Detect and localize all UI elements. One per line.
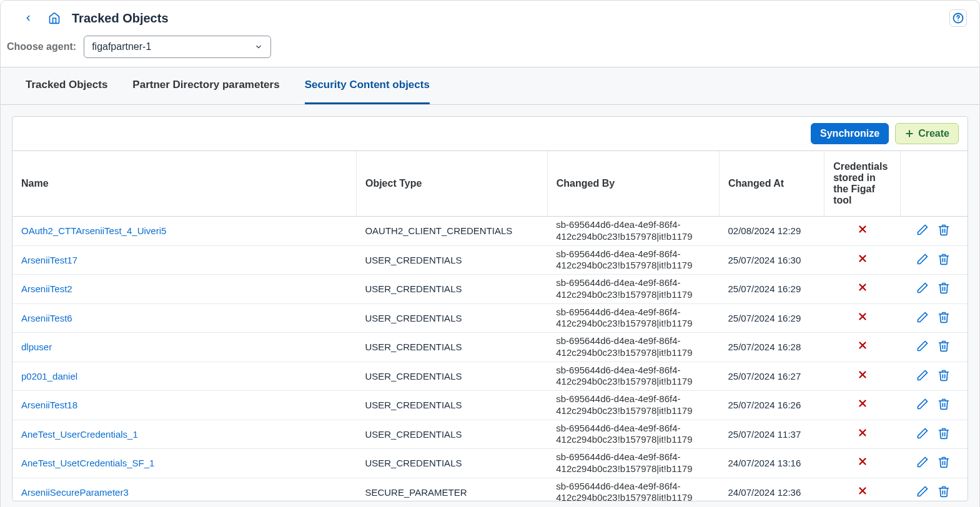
tab-tracked-objects[interactable]: Tracked Objects xyxy=(26,67,107,104)
table-row: AneTest_UserCredentials_1USER_CREDENTIAL… xyxy=(12,420,968,449)
edit-icon[interactable] xyxy=(916,311,930,325)
chevron-down-icon xyxy=(254,42,263,51)
row-changed-by: sb-695644d6-d4ea-4e9f-86f4-412c294b0c23!… xyxy=(547,303,719,333)
agent-select-value: figafpartner-1 xyxy=(92,41,151,52)
row-type: USER_CREDENTIALS xyxy=(356,449,547,478)
edit-icon[interactable] xyxy=(916,224,930,237)
row-name-link[interactable]: ArseniiTest6 xyxy=(21,313,72,323)
row-name-link[interactable]: dlpuser xyxy=(21,342,52,352)
row-type: USER_CREDENTIALS xyxy=(356,420,547,449)
help-button[interactable] xyxy=(949,9,967,27)
create-button-label: Create xyxy=(918,128,949,139)
row-type: USER_CREDENTIALS xyxy=(356,362,547,391)
row-name-link[interactable]: ArseniiTest17 xyxy=(21,255,77,265)
table-row: ArseniiTest6USER_CREDENTIALSsb-695644d6-… xyxy=(12,303,968,333)
tab-partner-directory[interactable]: Partner Directory parameters xyxy=(132,67,279,104)
row-changed-at: 25/07/2024 16:29 xyxy=(719,275,824,304)
col-changed-at: Changed At xyxy=(719,151,824,217)
credentials-missing-icon xyxy=(857,369,868,383)
row-changed-at: 25/07/2024 16:29 xyxy=(719,303,824,333)
col-actions xyxy=(901,151,968,217)
row-changed-at: 25/07/2024 16:30 xyxy=(719,245,824,275)
row-changed-by: sb-695644d6-d4ea-4e9f-86f4-412c294b0c23!… xyxy=(547,420,719,449)
table-scroll[interactable]: Name Object Type Changed By Changed At C… xyxy=(12,151,968,501)
delete-icon[interactable] xyxy=(938,340,951,353)
row-type: SECURE_PARAMETER xyxy=(356,478,547,501)
create-button[interactable]: Create xyxy=(895,123,959,144)
synchronize-button[interactable]: Synchronize xyxy=(811,123,889,144)
delete-icon[interactable] xyxy=(938,485,951,499)
edit-icon[interactable] xyxy=(916,456,930,470)
row-name-link[interactable]: ArseniiTest2 xyxy=(21,283,72,294)
agent-select[interactable]: figafpartner-1 xyxy=(84,36,271,58)
edit-icon[interactable] xyxy=(916,369,930,383)
svg-point-1 xyxy=(958,20,959,21)
home-icon[interactable] xyxy=(46,9,63,27)
row-changed-by: sb-695644d6-d4ea-4e9f-86f4-412c294b0c23!… xyxy=(547,478,719,501)
row-name-link[interactable]: p0201_daniel xyxy=(21,371,77,381)
row-changed-at: 25/07/2024 16:28 xyxy=(719,333,824,362)
table-row: AneTest_UsetCredentials_SF_1USER_CREDENT… xyxy=(12,449,968,478)
delete-icon[interactable] xyxy=(938,427,951,441)
delete-icon[interactable] xyxy=(938,311,951,325)
delete-icon[interactable] xyxy=(938,224,951,237)
table-row: ArseniiTest18USER_CREDENTIALSsb-695644d6… xyxy=(12,391,968,420)
col-changed-by: Changed By xyxy=(547,151,719,217)
row-changed-by: sb-695644d6-d4ea-4e9f-86f4-412c294b0c23!… xyxy=(547,217,719,246)
edit-icon[interactable] xyxy=(916,427,930,441)
row-changed-by: sb-695644d6-d4ea-4e9f-86f4-412c294b0c23!… xyxy=(547,391,719,420)
table-row: p0201_danielUSER_CREDENTIALSsb-695644d6-… xyxy=(12,362,968,391)
row-changed-at: 25/07/2024 16:26 xyxy=(719,391,824,420)
plus-icon xyxy=(904,129,914,139)
table-row: dlpuserUSER_CREDENTIALSsb-695644d6-d4ea-… xyxy=(12,333,968,362)
row-name-link[interactable]: AneTest_UsetCredentials_SF_1 xyxy=(21,458,154,468)
edit-icon[interactable] xyxy=(916,340,930,353)
row-name-link[interactable]: ArseniiSecureParameter3 xyxy=(21,487,129,498)
row-changed-by: sb-695644d6-d4ea-4e9f-86f4-412c294b0c23!… xyxy=(547,449,719,478)
row-type: USER_CREDENTIALS xyxy=(356,333,547,362)
delete-icon[interactable] xyxy=(938,369,951,383)
tab-security-content[interactable]: Security Content objects xyxy=(305,67,430,104)
edit-icon[interactable] xyxy=(916,253,930,267)
row-name-link[interactable]: OAuth2_CTTArseniiTest_4_Uiveri5 xyxy=(21,225,166,236)
table-row: ArseniiTest2USER_CREDENTIALSsb-695644d6-… xyxy=(12,275,968,304)
edit-icon[interactable] xyxy=(916,282,930,295)
delete-icon[interactable] xyxy=(938,398,951,411)
table-row: ArseniiTest17USER_CREDENTIALSsb-695644d6… xyxy=(12,245,968,275)
col-type: Object Type xyxy=(356,151,547,217)
tabs-bar: Tracked Objects Partner Directory parame… xyxy=(1,67,979,105)
agent-label: Choose agent: xyxy=(7,41,76,52)
credentials-missing-icon xyxy=(857,456,868,470)
row-name-link[interactable]: ArseniiTest18 xyxy=(21,400,77,410)
delete-icon[interactable] xyxy=(938,456,951,470)
row-type: USER_CREDENTIALS xyxy=(356,245,547,275)
row-changed-by: sb-695644d6-d4ea-4e9f-86f4-412c294b0c23!… xyxy=(547,333,719,362)
row-changed-at: 25/07/2024 16:27 xyxy=(719,362,824,391)
row-changed-at: 25/07/2024 11:37 xyxy=(719,420,824,449)
col-name: Name xyxy=(12,151,356,217)
credentials-missing-icon xyxy=(857,282,868,295)
row-type: USER_CREDENTIALS xyxy=(356,303,547,333)
row-changed-at: 24/07/2024 12:36 xyxy=(719,478,824,501)
credentials-missing-icon xyxy=(857,427,868,441)
edit-icon[interactable] xyxy=(916,485,930,499)
objects-table: Name Object Type Changed By Changed At C… xyxy=(12,151,968,501)
credentials-missing-icon xyxy=(857,340,868,353)
back-icon[interactable] xyxy=(19,9,37,27)
col-credentials: Credentials stored in the Figaf tool xyxy=(824,151,901,217)
delete-icon[interactable] xyxy=(938,253,951,267)
row-type: OAUTH2_CLIENT_CREDENTIALS xyxy=(356,217,547,246)
row-changed-at: 02/08/2024 12:29 xyxy=(719,217,824,246)
delete-icon[interactable] xyxy=(938,282,951,295)
credentials-missing-icon xyxy=(857,311,868,325)
edit-icon[interactable] xyxy=(916,398,930,411)
credentials-missing-icon xyxy=(857,224,868,237)
table-row: OAuth2_CTTArseniiTest_4_Uiveri5OAUTH2_CL… xyxy=(12,217,968,246)
row-name-link[interactable]: AneTest_UserCredentials_1 xyxy=(21,429,138,440)
credentials-missing-icon xyxy=(857,253,868,267)
row-changed-at: 24/07/2024 13:16 xyxy=(719,449,824,478)
credentials-missing-icon xyxy=(857,398,868,411)
table-row: ArseniiSecureParameter3SECURE_PARAMETERs… xyxy=(12,478,968,501)
row-changed-by: sb-695644d6-d4ea-4e9f-86f4-412c294b0c23!… xyxy=(547,245,719,275)
credentials-missing-icon xyxy=(857,485,868,499)
